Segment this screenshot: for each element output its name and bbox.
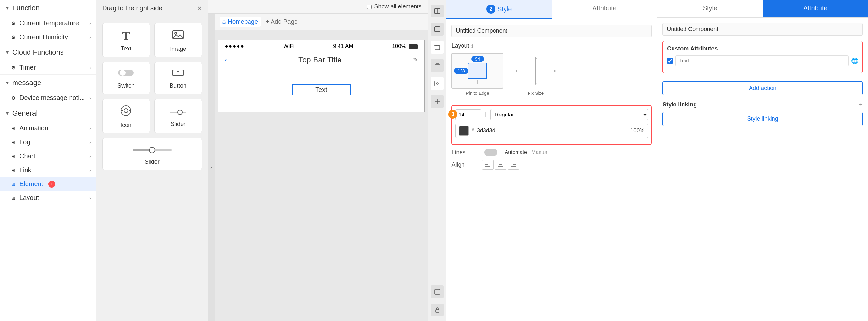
custom-attr-checkbox[interactable] — [667, 58, 673, 64]
back-button[interactable]: ‹ — [225, 56, 227, 64]
sidebar-item-current-humidity[interactable]: ⚙ Current Humidity › — [0, 30, 96, 44]
sidebar-section-header-cloud-functions[interactable]: ▼ Cloud Functions — [0, 44, 96, 61]
right-col-style-content: Layout ℹ 94 138 — [446, 20, 657, 321]
slider-wide-comp-label: Slider — [145, 159, 160, 165]
color-row: # 100% — [455, 124, 648, 138]
custom-attr-row: 🌐 — [667, 55, 858, 66]
sidebar-section-header-general[interactable]: ▼ General — [0, 105, 96, 121]
element-badge: 1 — [48, 181, 55, 188]
sidebar-item-log[interactable]: ⊞ Log › — [0, 135, 96, 149]
text-element[interactable]: Text — [292, 84, 350, 95]
sidebar-section-cloud-functions: ▼ Cloud Functions ⚙ Timer › — [0, 44, 96, 75]
align-right-button[interactable] — [508, 160, 520, 169]
right-panel-columns: 2 Style Attribute Layout ℹ — [446, 0, 868, 321]
tool-btn-bottom-1[interactable] — [431, 285, 444, 298]
lines-row: Lines Automate Manual — [452, 149, 652, 156]
animation-label: Animation — [20, 125, 48, 132]
sidebar-item-animation[interactable]: ⊞ Animation › — [0, 121, 96, 135]
component-switch[interactable]: Switch — [102, 62, 150, 94]
custom-attr-text-input[interactable] — [676, 55, 848, 66]
phone-status-bar: ●●●●● WiFi 9:41 AM 100% — [218, 40, 424, 52]
sidebar-item-device-message[interactable]: ⚙ Device message noti... › — [0, 91, 96, 105]
component-button[interactable]: T Button — [154, 62, 202, 94]
layout-info-icon: ℹ — [471, 43, 473, 49]
icon-comp-label: Icon — [120, 122, 131, 128]
sidebar-item-layout[interactable]: ⊞ Layout › — [0, 191, 96, 205]
tab-attribute-left[interactable]: Attribute — [552, 0, 657, 19]
layout-label: Layout — [20, 194, 39, 202]
sidebar-item-element[interactable]: ⊞ Element 1 — [0, 177, 96, 191]
edit-icon[interactable]: ✎ — [413, 56, 418, 63]
log-label: Log — [20, 138, 30, 146]
phone-content: Text — [218, 68, 424, 111]
style-linking-button[interactable]: Style linking — [662, 112, 863, 126]
sidebar-item-link[interactable]: ⊞ Link › — [0, 163, 96, 177]
tool-btn-5[interactable] — [431, 95, 444, 108]
color-value-input[interactable] — [477, 128, 627, 134]
divider-1 — [452, 101, 652, 101]
sidebar-item-timer[interactable]: ⚙ Timer › — [0, 61, 96, 74]
collapse-handle[interactable]: › — [208, 13, 215, 321]
button-comp-label: Button — [169, 83, 186, 89]
chevron-icon: › — [89, 65, 91, 70]
chevron-icon: › — [89, 35, 91, 40]
right-panel: 2 Style Attribute Layout ℹ — [446, 0, 868, 321]
align-label: Align — [452, 161, 477, 168]
align-left-button[interactable] — [482, 160, 494, 169]
tool-btn-delete[interactable] — [431, 41, 444, 54]
pin-to-edge-box: 94 138 — [452, 53, 503, 89]
svg-point-16 — [149, 147, 155, 153]
layout-section-label: Layout ℹ — [452, 42, 652, 49]
svg-rect-0 — [173, 31, 183, 38]
text-element-label: Text — [315, 86, 327, 93]
style-linking-label: Style linking — [662, 101, 697, 108]
add-style-link-button[interactable]: + — [859, 100, 863, 109]
add-page-button[interactable]: + Add Page — [266, 18, 298, 25]
align-buttons — [482, 160, 520, 169]
component-name-input-left[interactable] — [452, 25, 652, 37]
sidebar-section-header-function[interactable]: ▼ Function — [0, 0, 96, 16]
pin-to-edge-label: Pin to Edge — [466, 91, 489, 96]
align-center-button[interactable] — [495, 160, 506, 169]
home-icon: ⌂ — [222, 18, 226, 25]
sidebar-item-current-temperature[interactable]: ⚙ Current Temperature › — [0, 16, 96, 30]
add-action-button[interactable]: Add action — [662, 81, 863, 95]
sidebar-section-header-message[interactable]: ▼ message — [0, 75, 96, 91]
lines-toggle[interactable] — [485, 149, 497, 156]
component-icon[interactable]: Icon — [102, 99, 150, 133]
tab-attribute-right[interactable]: Attribute — [763, 0, 868, 18]
tool-btn-2[interactable] — [431, 23, 444, 36]
tab-style-left[interactable]: 2 Style — [446, 0, 552, 19]
tab-style-right[interactable]: Style — [657, 0, 763, 18]
font-style-select[interactable]: Regular — [490, 109, 648, 120]
sidebar-item-chart[interactable]: ⊞ Chart › — [0, 149, 96, 163]
component-name-input-right[interactable] — [662, 23, 863, 36]
show-all-toggle[interactable]: Show all elements — [367, 3, 422, 10]
component-slider-wide[interactable]: Slider — [102, 138, 202, 170]
general-section-label: General — [12, 109, 37, 118]
tool-strip — [428, 0, 446, 321]
tool-btn-lock[interactable] — [431, 303, 444, 317]
tool-btn-4[interactable] — [431, 77, 444, 90]
component-text[interactable]: T Text — [102, 23, 150, 57]
component-panel: Drag to the right side ✕ T Text Image — [96, 0, 208, 321]
slider-comp-label: Slider — [170, 121, 185, 128]
component-image[interactable]: Image — [154, 23, 202, 57]
font-size-input[interactable] — [455, 109, 481, 120]
close-button[interactable]: ✕ — [197, 5, 202, 12]
component-slider[interactable]: Slider — [154, 99, 202, 133]
homepage-tab[interactable]: ⌂ Homepage — [220, 17, 260, 27]
svg-point-13 — [178, 110, 182, 115]
tool-btn-1[interactable] — [431, 4, 444, 18]
tool-btn-3[interactable] — [431, 59, 444, 72]
layout-icon: ⊞ — [10, 195, 16, 201]
lines-label: Lines — [452, 149, 477, 156]
message-section-label: message — [12, 78, 41, 87]
right-col-attribute: Style Attribute Custom Attributes 🌐 — [657, 0, 868, 321]
chevron-icon: › — [89, 21, 91, 26]
svg-point-1 — [175, 32, 177, 34]
color-swatch[interactable] — [459, 126, 469, 136]
arrow-icon: ▼ — [5, 50, 10, 55]
arrow-icon: ▼ — [5, 80, 10, 86]
show-all-checkbox[interactable] — [367, 4, 372, 9]
